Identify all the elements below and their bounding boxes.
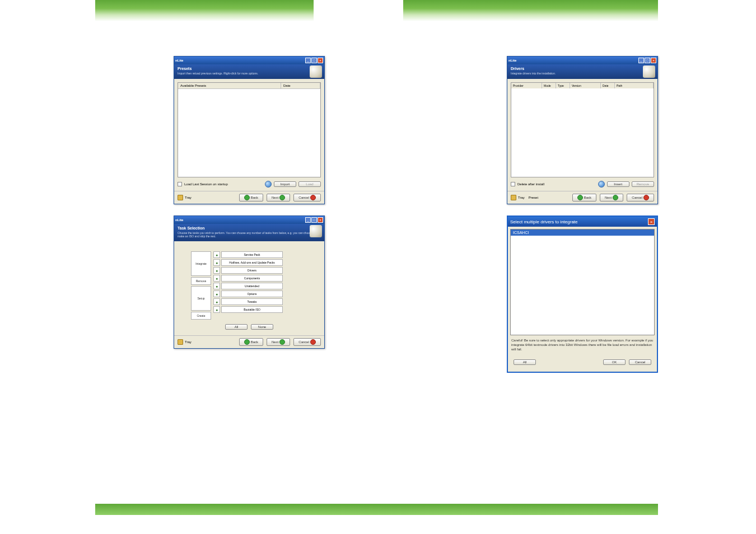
window-title: nLite bbox=[508, 59, 516, 62]
group-remove: Remove bbox=[191, 277, 211, 285]
column-header[interactable]: Date bbox=[281, 83, 320, 88]
header-title: Task Selection bbox=[178, 226, 321, 230]
close-button[interactable]: × bbox=[318, 217, 323, 223]
presets-list[interactable]: Available Presets Date bbox=[178, 82, 321, 177]
maximize-button[interactable]: □ bbox=[311, 58, 317, 63]
dialog-title: Select multiple drivers to integrate bbox=[510, 219, 578, 224]
lock-icon bbox=[178, 195, 183, 200]
wizard-header: Task Selection Choose the tasks you wish… bbox=[174, 224, 324, 241]
column-header[interactable]: Path bbox=[615, 83, 654, 88]
minimize-button[interactable]: _ bbox=[305, 58, 311, 63]
titlebar: nLite _ □ × bbox=[507, 57, 657, 64]
arrow-next-icon bbox=[279, 339, 285, 345]
selected-folder[interactable]: ICSAHCI bbox=[511, 229, 654, 236]
tray-area: Tray bbox=[178, 339, 192, 345]
next-button[interactable]: Next bbox=[267, 338, 290, 346]
back-button[interactable]: Back bbox=[572, 194, 596, 202]
cancel-button[interactable]: Cancel bbox=[293, 194, 321, 202]
logo-icon bbox=[310, 225, 322, 237]
close-button[interactable]: × bbox=[318, 58, 323, 63]
window-title: nLite bbox=[175, 59, 183, 62]
all-button[interactable]: All bbox=[514, 359, 536, 365]
import-button[interactable]: Import bbox=[274, 181, 296, 187]
wizard-header: Drivers Integrate drivers into the insta… bbox=[507, 64, 657, 79]
close-button[interactable]: × bbox=[651, 58, 656, 63]
task-item[interactable]: Bootable ISO bbox=[221, 306, 283, 313]
load-button[interactable]: Load bbox=[298, 181, 321, 187]
presets-window: nLite _ □ × Presets Import then reload p… bbox=[174, 56, 325, 204]
arrow-next-icon bbox=[613, 195, 618, 200]
task-checkbox[interactable]: ● bbox=[213, 298, 220, 305]
arrow-back-icon bbox=[244, 339, 250, 345]
column-header[interactable]: Provider bbox=[511, 83, 542, 88]
tray-area: Tray bbox=[178, 195, 192, 200]
logo-icon bbox=[643, 65, 655, 78]
dialog-title-bar: Select multiple drivers to integrate × bbox=[508, 217, 657, 227]
task-checkbox[interactable]: ● bbox=[213, 267, 220, 274]
drivers-list[interactable]: Provider Mode Type Version Date Path bbox=[511, 82, 654, 177]
delete-after-install-checkbox[interactable] bbox=[511, 182, 515, 186]
next-button[interactable]: Next bbox=[267, 194, 290, 202]
task-checkbox[interactable]: ● bbox=[213, 275, 220, 282]
task-checkbox[interactable]: ● bbox=[213, 306, 220, 313]
task-checkbox[interactable]: ● bbox=[213, 251, 220, 258]
logo-icon bbox=[310, 65, 322, 78]
minimize-button[interactable]: _ bbox=[638, 58, 644, 63]
remove-button[interactable]: Remove bbox=[632, 181, 654, 187]
task-item[interactable]: Tweaks bbox=[221, 298, 283, 305]
task-item[interactable]: Unattended bbox=[221, 283, 283, 289]
load-last-session-checkbox[interactable] bbox=[178, 182, 182, 186]
back-button[interactable]: Back bbox=[239, 338, 263, 346]
header-title: Presets bbox=[178, 67, 321, 71]
none-button[interactable]: None bbox=[251, 324, 273, 330]
close-button[interactable]: × bbox=[648, 218, 655, 225]
top-banner bbox=[95, 0, 658, 21]
cancel-icon bbox=[310, 339, 316, 345]
cancel-button[interactable]: Cancel bbox=[629, 359, 651, 365]
task-item[interactable]: Components bbox=[221, 275, 283, 282]
checkbox-label: Load Last Session on startup bbox=[184, 182, 228, 186]
next-button[interactable]: Next bbox=[600, 194, 623, 202]
drivers-window: nLite _ □ × Drivers Integrate drivers in… bbox=[507, 56, 658, 204]
ok-button[interactable]: OK bbox=[603, 359, 626, 365]
task-selection-window: nLite _ □ × Task Selection Choose the ta… bbox=[174, 216, 325, 349]
column-header[interactable]: Type bbox=[556, 83, 570, 88]
task-item[interactable]: Service Pack bbox=[221, 251, 283, 258]
tray-label: Tray bbox=[185, 196, 192, 199]
checkbox-label: Delete after install bbox=[517, 182, 544, 186]
task-checkbox[interactable]: ● bbox=[213, 283, 220, 289]
header-title: Drivers bbox=[511, 67, 654, 71]
cancel-button[interactable]: Cancel bbox=[293, 338, 321, 346]
lock-icon bbox=[511, 195, 516, 200]
task-checkbox[interactable]: ● bbox=[213, 291, 220, 297]
header-subtitle: Choose the tasks you wish to perform. Yo… bbox=[178, 231, 321, 238]
titlebar: nLite _ □ × bbox=[174, 216, 324, 224]
driver-file-list[interactable]: ICSAHCI bbox=[510, 229, 655, 335]
all-button[interactable]: All bbox=[225, 324, 248, 330]
preset-label[interactable]: Preset bbox=[529, 196, 538, 199]
group-create: Create bbox=[191, 312, 211, 320]
column-header[interactable]: Mode bbox=[542, 83, 556, 88]
warning-text: Careful! Be sure to select only appropri… bbox=[510, 335, 655, 357]
task-item[interactable]: Drivers bbox=[221, 267, 283, 274]
maximize-button[interactable]: □ bbox=[311, 217, 317, 223]
task-checkbox[interactable]: ● bbox=[213, 259, 220, 266]
globe-icon[interactable] bbox=[265, 181, 272, 188]
column-header[interactable]: Version bbox=[570, 83, 601, 88]
cancel-icon bbox=[643, 195, 649, 200]
bottom-banner bbox=[95, 504, 658, 515]
arrow-back-icon bbox=[577, 195, 583, 200]
column-header[interactable]: Available Presets bbox=[178, 83, 281, 88]
minimize-button[interactable]: _ bbox=[305, 217, 311, 223]
globe-icon[interactable] bbox=[598, 181, 605, 188]
cancel-button[interactable]: Cancel bbox=[627, 194, 654, 202]
task-item[interactable]: Hotfixes, Add-ons and Update Packs bbox=[221, 259, 283, 266]
insert-button[interactable]: Insert bbox=[607, 181, 629, 187]
back-button[interactable]: Back bbox=[239, 194, 263, 202]
lock-icon bbox=[178, 339, 183, 345]
maximize-button[interactable]: □ bbox=[645, 58, 650, 63]
cancel-icon bbox=[310, 195, 316, 200]
titlebar: nLite _ □ × bbox=[174, 57, 324, 64]
column-header[interactable]: Date bbox=[601, 83, 615, 88]
task-item[interactable]: Options bbox=[221, 291, 283, 297]
